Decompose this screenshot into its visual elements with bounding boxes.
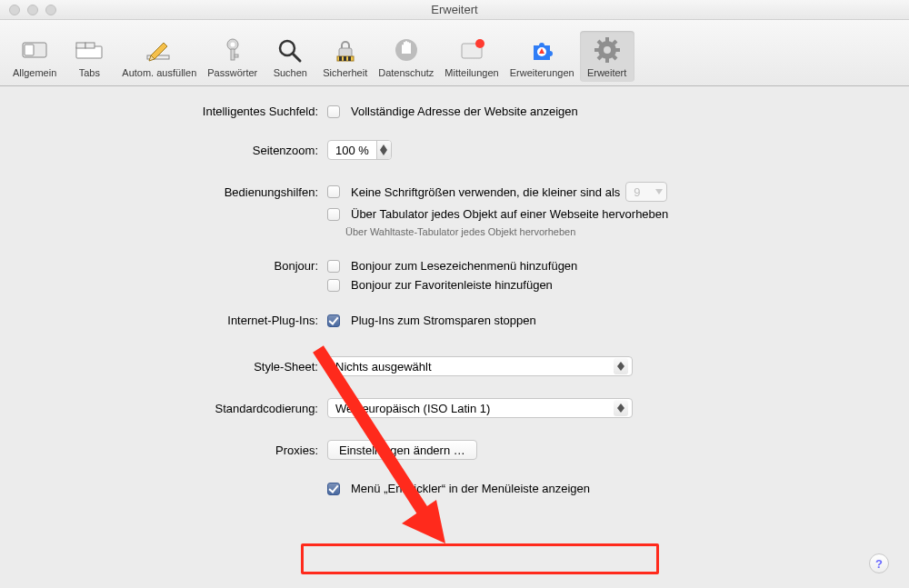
tab-advanced[interactable]: Erweitert (580, 31, 634, 82)
tab-passwords[interactable]: Passwörter (202, 31, 263, 82)
stylesheet-value: Nichts ausgewählt (335, 360, 432, 374)
svg-marker-38 (617, 366, 624, 371)
pencil-icon (144, 35, 175, 65)
tab-tabs[interactable]: Tabs (62, 31, 116, 82)
magnifier-icon (275, 35, 305, 65)
minimize-window-icon[interactable] (27, 5, 38, 15)
min-font-size-checkbox[interactable] (327, 185, 340, 198)
min-font-size-text: Keine Schriftgrößen verwenden, die klein… (351, 185, 620, 199)
preferences-window: Erweitert Allgemein Tabs Autom. ausfülle… (0, 0, 909, 588)
svg-rect-3 (76, 43, 85, 48)
bonjour-bookmarks-text: Bonjour zum Lesezeichenmenü hinzufügen (351, 259, 577, 273)
select-arrows-icon (614, 358, 628, 374)
tab-label: Suchen (274, 67, 307, 78)
svg-rect-1 (25, 45, 34, 55)
show-full-url-text: Vollständige Adresse der Website anzeige… (351, 105, 578, 118)
smart-search-label: Intelligentes Suchfeld: (36, 105, 327, 118)
notification-icon (456, 35, 487, 65)
svg-line-33 (598, 55, 602, 59)
tab-autofill[interactable]: Autom. ausfüllen (116, 31, 202, 82)
tab-label: Sicherheit (323, 67, 367, 78)
svg-marker-40 (617, 408, 624, 413)
svg-rect-4 (85, 43, 95, 48)
hand-icon (391, 35, 422, 65)
svg-rect-16 (339, 56, 342, 61)
annotation-highlight-box (301, 543, 659, 574)
prefs-toolbar: Allgemein Tabs Autom. ausfüllen Passwört… (0, 20, 909, 86)
page-zoom-label: Seitenzoom: (36, 144, 327, 157)
svg-rect-18 (348, 56, 351, 61)
proxy-button-label: Einstellungen ändern … (339, 443, 465, 457)
help-icon: ? (875, 557, 883, 571)
show-develop-menu-text: Menü „Entwickler“ in der Menüleiste anze… (351, 482, 590, 495)
key-icon (217, 35, 248, 65)
min-font-size-select[interactable]: 9 (625, 182, 667, 202)
lock-icon (330, 35, 361, 65)
chevron-down-icon (655, 189, 663, 194)
tab-notifications[interactable]: Mitteilungen (439, 31, 504, 82)
window-controls (0, 5, 56, 15)
select-arrows-icon (614, 400, 628, 416)
gear-icon (592, 35, 623, 65)
svg-rect-10 (231, 49, 235, 60)
svg-marker-36 (655, 189, 663, 194)
tab-label: Passwörter (207, 67, 257, 78)
titlebar: Erweitert (0, 0, 909, 20)
tab-allgemein[interactable]: Allgemein (7, 31, 62, 82)
tab-label: Allgemein (13, 67, 56, 78)
stepper-arrows-icon[interactable] (376, 141, 391, 159)
help-button[interactable]: ? (869, 553, 889, 573)
svg-line-13 (293, 54, 300, 61)
proxies-label: Proxies: (36, 443, 327, 457)
svg-marker-35 (380, 150, 387, 155)
tab-label: Datenschutz (378, 67, 434, 78)
stop-plugins-checkbox[interactable] (327, 314, 340, 327)
switch-icon (19, 35, 50, 65)
bonjour-bookmarks-checkbox[interactable] (327, 260, 340, 273)
svg-rect-17 (344, 56, 346, 61)
plugins-label: Internet-Plug-Ins: (36, 314, 327, 327)
svg-point-9 (230, 43, 235, 47)
advanced-pane: Intelligentes Suchfeld: Vollständige Adr… (0, 86, 909, 519)
bonjour-label: Bonjour: (36, 259, 327, 273)
change-proxy-settings-button[interactable]: Einstellungen ändern … (327, 440, 477, 460)
tab-highlights-checkbox[interactable] (327, 208, 340, 221)
tab-search[interactable]: Suchen (263, 31, 317, 82)
tab-label: Mitteilungen (445, 67, 498, 78)
tab-security[interactable]: Sicherheit (317, 31, 373, 82)
window-title: Erweitert (0, 3, 909, 16)
min-font-size-value: 9 (634, 185, 640, 199)
svg-line-32 (613, 41, 616, 45)
bonjour-favorites-text: Bonjour zur Favoritenleiste hinzufügen (351, 278, 553, 292)
tab-extensions[interactable]: Erweiterungen (504, 31, 580, 82)
accessibility-label: Bedienungshilfen: (36, 185, 327, 199)
stop-plugins-text: Plug-Ins zum Stromsparen stoppen (351, 314, 536, 327)
show-develop-menu-checkbox[interactable] (327, 483, 340, 495)
tab-label: Erweitert (587, 67, 626, 78)
svg-rect-11 (235, 55, 238, 57)
tab-privacy[interactable]: Datenschutz (373, 31, 439, 82)
encoding-select[interactable]: Westeuropäisch (ISO Latin 1) (327, 398, 633, 418)
stylesheet-label: Style-Sheet: (36, 360, 327, 374)
stylesheet-select[interactable]: Nichts ausgewählt (327, 356, 633, 376)
svg-point-25 (604, 46, 611, 54)
svg-line-31 (613, 55, 616, 59)
page-zoom-stepper[interactable]: 100 % (327, 140, 392, 160)
show-full-url-checkbox[interactable] (327, 105, 340, 118)
svg-line-30 (598, 41, 602, 45)
encoding-value: Westeuropäisch (ISO Latin 1) (335, 402, 490, 415)
tab-label: Autom. ausfüllen (122, 67, 196, 78)
tab-label: Erweiterungen (510, 67, 574, 78)
encoding-label: Standardcodierung: (36, 402, 327, 415)
tab-highlights-text: Über Tabulator jedes Objekt auf einer We… (351, 207, 668, 221)
bonjour-favorites-checkbox[interactable] (327, 279, 340, 292)
svg-point-21 (475, 39, 484, 48)
tab-label: Tabs (79, 67, 100, 78)
close-window-icon[interactable] (9, 5, 20, 15)
option-tab-note: Über Wahltaste-Tabulator jedes Objekt he… (345, 226, 575, 237)
tabs-icon (74, 35, 105, 65)
puzzle-icon (526, 35, 557, 65)
page-zoom-value: 100 % (328, 144, 376, 157)
zoom-window-icon[interactable] (45, 5, 56, 15)
